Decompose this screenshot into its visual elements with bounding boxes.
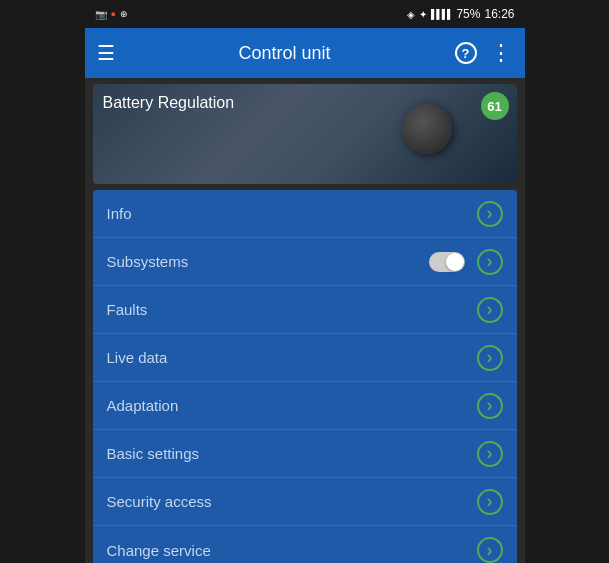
knob-body [402,104,452,154]
chevron-right-icon [487,299,493,320]
chevron-right-icon [487,540,493,561]
camera-icon: 📷 [95,9,107,20]
menu-label-adaptation: Adaptation [107,397,477,414]
chevron-right-icon [487,395,493,416]
knob-decoration [397,94,457,164]
top-bar: ☰ Control unit ? ⋮ [85,28,525,78]
chevron-adaptation [477,393,503,419]
chevron-live-data [477,345,503,371]
chevron-right-icon [487,443,493,464]
menu-label-basic-settings: Basic settings [107,445,477,462]
chevron-right-icon [487,203,493,224]
menu-item-adaptation[interactable]: Adaptation [93,382,517,430]
chevron-info [477,201,503,227]
menu-item-security-access[interactable]: Security access [93,478,517,526]
signal-icon: ▌▌▌▌ [431,9,453,19]
menu-item-basic-settings[interactable]: Basic settings [93,430,517,478]
hero-section: Battery Regulation 61 [93,84,517,184]
status-bar: 📷 ● ⊕ ◈ ✦ ▌▌▌▌ 75% 16:26 [85,0,525,28]
chevron-right-icon [487,347,493,368]
chevron-right-icon [487,491,493,512]
more-button[interactable]: ⋮ [489,41,513,65]
menu-label-live-data: Live data [107,349,477,366]
menu-label-faults: Faults [107,301,477,318]
top-bar-actions: ? ⋮ [455,41,513,65]
chevron-right-icon [487,251,493,272]
time-display: 16:26 [484,7,514,21]
media-icon: ⊕ [120,9,128,19]
chevron-basic-settings [477,441,503,467]
subsystems-toggle[interactable] [429,252,465,272]
chevron-security-access [477,489,503,515]
menu-item-subsystems[interactable]: Subsystems [93,238,517,286]
toggle-thumb [446,253,464,271]
wifi-icon: ◈ [407,9,415,20]
menu-item-live-data[interactable]: Live data [93,334,517,382]
record-icon: ● [111,9,116,19]
menu-item-info[interactable]: Info [93,190,517,238]
menu-label-subsystems: Subsystems [107,253,429,270]
chevron-change-service [477,537,503,563]
menu-list: Info Subsystems Faults Live data [93,190,517,563]
hero-badge: 61 [481,92,509,120]
chevron-subsystems [477,249,503,275]
help-button[interactable]: ? [455,42,477,64]
bluetooth-icon: ✦ [419,9,427,20]
menu-item-change-service[interactable]: Change service [93,526,517,563]
hero-title: Battery Regulation [103,94,235,112]
menu-icon[interactable]: ☰ [97,41,115,65]
chevron-faults [477,297,503,323]
status-left-icons: 📷 ● ⊕ [95,9,128,20]
status-right-icons: ◈ ✦ ▌▌▌▌ 75% 16:26 [407,7,515,21]
menu-item-faults[interactable]: Faults [93,286,517,334]
phone-frame: 📷 ● ⊕ ◈ ✦ ▌▌▌▌ 75% 16:26 ☰ Control unit … [85,0,525,563]
menu-label-change-service: Change service [107,542,477,559]
battery-level: 75% [456,7,480,21]
menu-label-info: Info [107,205,477,222]
menu-label-security-access: Security access [107,493,477,510]
page-title: Control unit [131,43,439,64]
